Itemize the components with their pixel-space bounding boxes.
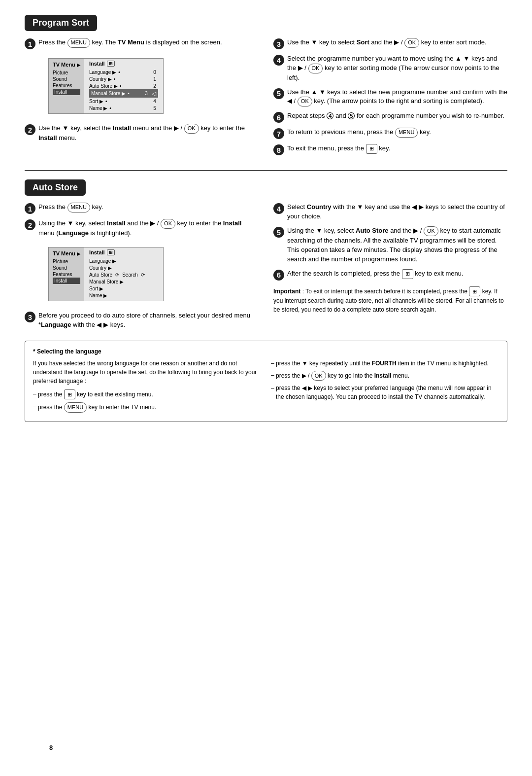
- step-1-num: 1: [25, 38, 35, 49]
- as-step-6-text: After the search is completed, press the…: [287, 269, 464, 279]
- step-6-num: 6: [273, 112, 284, 123]
- as-step-2-text: Using the ▼ key, select Install and the …: [38, 219, 259, 238]
- as-step-4-text: Select Country with the ▼ key and use th…: [287, 203, 507, 221]
- step-7-num: 7: [273, 128, 284, 139]
- note-item-5: press the ◀ ▶ keys to select your prefer…: [271, 384, 499, 401]
- as-step-3: 3 Before you proceed to do auto store of…: [25, 311, 259, 330]
- ok-key-2: OK: [404, 38, 419, 48]
- selecting-language-note: * Selecting the language If you have sel…: [25, 341, 507, 422]
- step-6: 6 Repeat steps 4 and 5 for each programm…: [273, 111, 507, 123]
- program-sort-title: Program Sort: [25, 15, 97, 31]
- as-step-1-text: Press the MENU key.: [38, 203, 103, 212]
- step-4-text: Select the programme number you want to …: [287, 54, 507, 83]
- as-step-5-text: Using the ▼ key, select Auto Store and t…: [287, 226, 507, 264]
- ok-key-4: OK: [298, 97, 312, 106]
- step-8: 8 To exit the menu, press the ⊞ key.: [273, 144, 507, 155]
- menu-key-2: MENU: [395, 128, 418, 138]
- as-step-5-num: 5: [273, 227, 284, 238]
- ok-key-as2: OK: [161, 219, 175, 229]
- note-item-4: press the ▶ / OK key to go into the Inst…: [271, 371, 499, 381]
- as-step-3-num: 3: [25, 312, 35, 322]
- tv-menu-diagram-2: TV Menu ▶ Picture Sound Features Install…: [48, 247, 164, 301]
- step-2-text: Use the ▼ key, select the Install menu a…: [38, 124, 259, 143]
- auto-store-right: 4 Select Country with the ▼ key and use …: [273, 203, 507, 334]
- tv-menu-diagram-1: TV Menu ▶ Picture Sound Features Install…: [48, 58, 164, 114]
- as-step-4-num: 4: [273, 203, 284, 214]
- exit-key-imp: ⊞: [469, 286, 480, 297]
- step-4-num: 4: [273, 55, 284, 66]
- note-intro: If you have selected the wrong language …: [33, 359, 261, 386]
- step-3: 3 Use the ▼ key to select Sort and the ▶…: [273, 38, 507, 49]
- auto-store-section: Auto Store 1 Press the MENU key. 2 Using…: [25, 179, 507, 422]
- note-box-title: * Selecting the language: [33, 347, 499, 356]
- step-3-text: Use the ▼ key to select Sort and the ▶ /…: [287, 38, 487, 48]
- menu-key-note2: MENU: [64, 402, 87, 413]
- note-item-1: press the ⊞ key to exit the existing men…: [33, 389, 261, 400]
- step-7-text: To return to previous menu, press the ME…: [287, 128, 431, 138]
- exit-key-note1: ⊞: [64, 389, 75, 400]
- step-1: 1 Press the MENU key. The TV Menu is dis…: [25, 38, 259, 49]
- as-step-3-text: Before you proceed to do auto store of c…: [38, 311, 259, 330]
- step-5-text: Use the ▲ ▼ keys to select the new progr…: [287, 88, 507, 107]
- as-step-4: 4 Select Country with the ▼ key and use …: [273, 203, 507, 221]
- page-number: 8: [49, 744, 53, 751]
- step-2: 2 Use the ▼ key, select the Install menu…: [25, 124, 259, 143]
- note-right: press the ▼ key repeatedly until the FOU…: [271, 359, 499, 416]
- as-step-1: 1 Press the MENU key.: [25, 203, 259, 214]
- program-sort-left: 1 Press the MENU key. The TV Menu is dis…: [25, 38, 259, 160]
- as-step-1-num: 1: [25, 203, 35, 214]
- step-7: 7 To return to previous menu, press the …: [273, 128, 507, 139]
- step-5-num: 5: [273, 88, 284, 99]
- auto-store-title: Auto Store: [25, 179, 86, 196]
- exit-key-as6: ⊞: [402, 269, 413, 279]
- auto-store-left: 1 Press the MENU key. 2 Using the ▼ key,…: [25, 203, 259, 334]
- note-item-2: press the MENU key to enter the TV menu.: [33, 402, 261, 413]
- step-8-num: 8: [273, 144, 284, 155]
- section-divider-1: [25, 170, 507, 171]
- step-8-text: To exit the menu, press the ⊞ key.: [287, 144, 390, 154]
- exit-key: ⊞: [366, 144, 377, 154]
- as-step-2: 2 Using the ▼ key, select Install and th…: [25, 219, 259, 238]
- as-step-6: 6 After the search is completed, press t…: [273, 269, 507, 281]
- note-item-3: press the ▼ key repeatedly until the FOU…: [271, 359, 499, 368]
- ok-key: OK: [184, 124, 199, 134]
- as-step-5: 5 Using the ▼ key, select Auto Store and…: [273, 226, 507, 264]
- important-note: Important : To exit or interrupt the sea…: [273, 286, 507, 315]
- step-3-num: 3: [273, 38, 284, 49]
- menu-key-as1: MENU: [67, 203, 90, 212]
- step-2-num: 2: [25, 124, 35, 135]
- step-6-text: Repeat steps 4 and 5 for each programme …: [287, 111, 504, 121]
- step-4: 4 Select the programme number you want t…: [273, 54, 507, 83]
- program-sort-right: 3 Use the ▼ key to select Sort and the ▶…: [273, 38, 507, 160]
- menu-key: MENU: [67, 38, 90, 48]
- step-5: 5 Use the ▲ ▼ keys to select the new pro…: [273, 88, 507, 107]
- program-sort-section: Program Sort 1 Press the MENU key. The T…: [25, 15, 507, 160]
- note-left: If you have selected the wrong language …: [33, 359, 261, 416]
- ok-key-3: OK: [308, 64, 323, 73]
- as-step-2-num: 2: [25, 219, 35, 230]
- ok-key-note4: OK: [311, 371, 326, 381]
- as-step-6-num: 6: [273, 270, 284, 281]
- ok-key-as5: OK: [424, 226, 438, 236]
- step-1-text: Press the MENU key. The TV Menu is displ…: [38, 38, 222, 48]
